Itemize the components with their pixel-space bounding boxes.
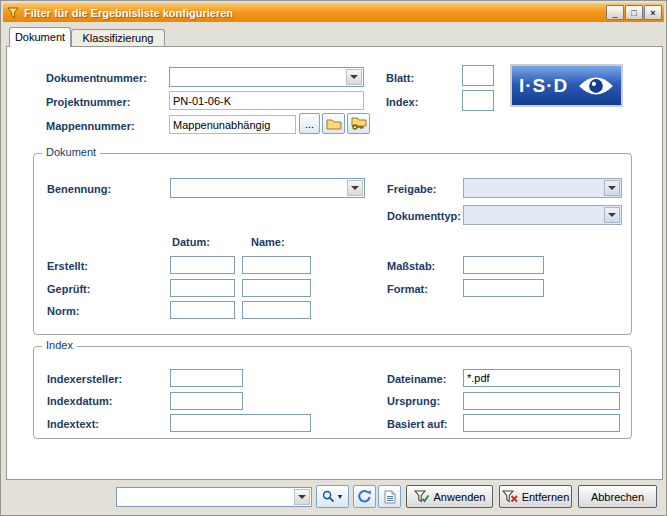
- benennung-combo[interactable]: [170, 178, 365, 198]
- search-button[interactable]: ▼: [316, 485, 349, 508]
- norm-datum-input[interactable]: [170, 301, 235, 319]
- projektnummer-label: Projektnummer:: [46, 96, 130, 108]
- blatt-label: Blatt:: [386, 72, 414, 84]
- document-icon: [384, 490, 396, 504]
- basiert-auf-input[interactable]: [463, 414, 620, 432]
- abbrechen-button[interactable]: Abbrechen: [578, 485, 657, 508]
- maximize-button[interactable]: □: [625, 5, 643, 20]
- indextext-label: Indextext:: [47, 418, 99, 430]
- indextext-input[interactable]: [170, 414, 311, 432]
- browse-ellipsis-button[interactable]: ...: [299, 113, 320, 134]
- indexersteller-input[interactable]: [170, 369, 243, 387]
- entfernen-label: Entfernen: [522, 491, 570, 503]
- indexdatum-input[interactable]: [170, 392, 243, 410]
- dokumentnummer-label: Dokumentnummer:: [46, 72, 147, 84]
- geprueft-datum-input[interactable]: [170, 279, 235, 297]
- dokumenttyp-combo[interactable]: [463, 205, 622, 225]
- close-button[interactable]: ×: [644, 5, 662, 20]
- ursprung-label: Ursprung:: [387, 395, 440, 407]
- filter-remove-icon: [502, 490, 518, 503]
- abbrechen-label: Abbrechen: [591, 491, 644, 503]
- entfernen-button[interactable]: Entfernen: [499, 485, 572, 508]
- datum-column-header: Datum:: [172, 236, 210, 248]
- index-group-title: Index: [42, 339, 77, 351]
- ellipsis-label: ...: [305, 118, 314, 130]
- refresh-icon: [357, 489, 372, 504]
- tab-dokument[interactable]: Dokument: [9, 27, 71, 47]
- name-column-header: Name:: [251, 236, 285, 248]
- index-input[interactable]: [462, 90, 494, 111]
- dialog-window: Filter für die Ergebnisliste konfigurier…: [0, 0, 667, 516]
- folder-key-icon: [351, 117, 367, 130]
- dokumentnummer-combo[interactable]: [169, 67, 364, 87]
- geprueft-label: Geprüft:: [47, 283, 90, 295]
- isd-logo: I·S·D: [510, 64, 623, 107]
- saved-filter-combo[interactable]: [116, 487, 312, 507]
- anwenden-label: Anwenden: [434, 491, 486, 503]
- folder-key-button[interactable]: [347, 113, 370, 134]
- dokument-tab-page: Dokumentnummer: Blatt: I·S·D Projektnumm…: [6, 46, 663, 480]
- freigabe-label: Freigabe:: [387, 183, 437, 195]
- index-label: Index:: [386, 96, 418, 108]
- indexdatum-label: Indexdatum:: [47, 395, 112, 407]
- open-folder-button[interactable]: [322, 113, 345, 134]
- close-icon: ×: [650, 8, 655, 18]
- ursprung-input[interactable]: [463, 392, 620, 410]
- maximize-icon: □: [631, 8, 636, 18]
- minimize-icon: _: [612, 8, 617, 18]
- mappennummer-label: Mappennummer:: [46, 120, 135, 132]
- folder-icon: [326, 118, 342, 130]
- norm-name-input[interactable]: [242, 301, 311, 319]
- indexersteller-label: Indexersteller:: [47, 373, 122, 385]
- report-document-button[interactable]: [378, 485, 401, 508]
- freigabe-combo[interactable]: [463, 178, 622, 198]
- title-bar: Filter für die Ergebnisliste konfigurier…: [3, 3, 664, 22]
- erstellt-label: Erstellt:: [47, 260, 88, 272]
- dateiname-input[interactable]: [463, 369, 620, 387]
- window-title: Filter für die Ergebnisliste konfigurier…: [24, 7, 233, 19]
- isd-logo-text: I·S·D: [519, 75, 568, 97]
- projektnummer-input[interactable]: [169, 91, 364, 110]
- geprueft-name-input[interactable]: [242, 279, 311, 297]
- minimize-button[interactable]: _: [606, 5, 624, 20]
- chevron-down-icon[interactable]: [294, 489, 310, 505]
- erstellt-name-input[interactable]: [242, 256, 311, 274]
- dokumenttyp-label: Dokumenttyp:: [387, 210, 461, 222]
- chevron-down-icon[interactable]: [604, 180, 620, 196]
- filter-icon: [7, 7, 19, 19]
- chevron-down-icon[interactable]: [604, 207, 620, 223]
- norm-label: Norm:: [47, 305, 79, 317]
- massstab-label: Maßstab:: [387, 260, 435, 272]
- chevron-down-icon[interactable]: [347, 180, 363, 196]
- search-icon: [322, 490, 335, 503]
- format-input[interactable]: [463, 279, 544, 297]
- chevron-down-icon[interactable]: [346, 69, 362, 85]
- eye-icon: [578, 75, 614, 97]
- refresh-button[interactable]: [353, 485, 376, 508]
- chevron-down-icon: ▼: [337, 493, 344, 500]
- anwenden-button[interactable]: Anwenden: [406, 485, 493, 508]
- index-group: Index Indexersteller: Dateiname: Indexda…: [33, 346, 632, 439]
- dokument-group: Dokument Benennung: Freigabe: Dokumentty…: [33, 153, 632, 335]
- benennung-label: Benennung:: [47, 183, 111, 195]
- massstab-input[interactable]: [463, 256, 544, 274]
- mappennummer-input[interactable]: [169, 115, 296, 134]
- basiert-auf-label: Basiert auf:: [387, 418, 448, 430]
- format-label: Format:: [387, 283, 428, 295]
- erstellt-datum-input[interactable]: [170, 256, 235, 274]
- dateiname-label: Dateiname:: [387, 373, 446, 385]
- blatt-input[interactable]: [462, 65, 494, 86]
- dokument-group-title: Dokument: [42, 146, 100, 158]
- tab-klassifizierung[interactable]: Klassifizierung: [71, 29, 165, 47]
- filter-apply-icon: [414, 490, 430, 503]
